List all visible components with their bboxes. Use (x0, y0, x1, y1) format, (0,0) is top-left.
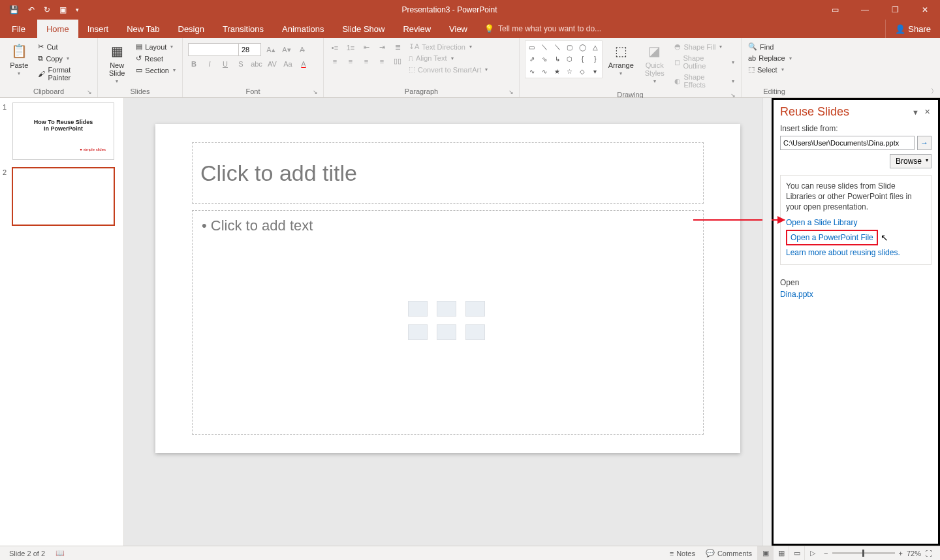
zoom-slider[interactable] (832, 552, 895, 554)
fit-to-window-icon[interactable]: ⛶ (925, 550, 932, 557)
slideshow-view-icon[interactable]: ▷ (804, 546, 820, 561)
thumbnail-1[interactable]: 1 How To Reuse SlidesIn PowerPoint ● sim… (3, 103, 118, 159)
undo-icon[interactable]: ↶ (28, 5, 35, 14)
maximize-button[interactable]: ❐ (880, 0, 910, 20)
tab-file[interactable]: File (0, 20, 37, 38)
find-button[interactable]: 🔍Find (747, 42, 793, 52)
tab-view[interactable]: View (440, 20, 477, 38)
tab-design[interactable]: Design (169, 20, 213, 38)
layout-button[interactable]: ▤Layout (134, 42, 177, 52)
tab-animations[interactable]: Animations (273, 20, 333, 38)
open-powerpoint-file-link[interactable]: Open a PowerPoint File ↖ (786, 230, 878, 245)
italic-icon[interactable]: I (204, 60, 215, 68)
zoom-out-button[interactable]: − (824, 550, 828, 557)
font-size-input[interactable] (239, 43, 261, 56)
open-slide-library-link[interactable]: Open a Slide Library (786, 218, 926, 227)
pane-close-icon[interactable]: ✕ (922, 108, 933, 116)
spacing-icon[interactable]: AV (266, 60, 278, 68)
align-text-button[interactable]: ⎍Align Text (407, 54, 489, 63)
underline-icon[interactable]: U (219, 60, 231, 68)
bold-icon[interactable]: B (188, 60, 200, 68)
format-painter-button[interactable]: 🖌Format Painter (37, 65, 92, 82)
grow-font-icon[interactable]: A▴ (265, 46, 277, 54)
content-placeholder[interactable]: • Click to add text (192, 210, 704, 435)
insert-smartart-icon[interactable] (465, 301, 485, 317)
insert-chart-icon[interactable] (437, 301, 456, 317)
shapes-gallery[interactable]: ▭＼＼▢◯△ ⇗⇘↳⬡{} ∿∿★☆◇▾ (525, 40, 603, 78)
reset-button[interactable]: ↺Reset (134, 54, 177, 63)
save-icon[interactable]: 💾 (9, 5, 19, 14)
case-icon[interactable]: Aa (282, 60, 294, 68)
bullets-icon[interactable]: •≡ (329, 44, 341, 52)
reading-view-icon[interactable]: ▭ (789, 546, 804, 561)
tab-transitions[interactable]: Transitions (213, 20, 273, 38)
shadow-icon[interactable]: abc (251, 60, 262, 68)
shape-effects-button[interactable]: ◐Shape Effects (673, 72, 736, 89)
tab-review[interactable]: Review (394, 20, 440, 38)
tab-newtab[interactable]: New Tab (118, 20, 168, 38)
title-placeholder[interactable]: Click to add title (192, 142, 704, 204)
align-center-icon[interactable]: ≡ (345, 57, 356, 65)
shrink-font-icon[interactable]: A▾ (281, 46, 292, 54)
minimize-button[interactable]: — (850, 0, 880, 20)
line-spacing-icon[interactable]: ≣ (392, 43, 403, 52)
new-slide-button[interactable]: ▦ New Slide ▾ (103, 40, 131, 84)
text-direction-button[interactable]: ↧AText Direction (407, 42, 489, 52)
insert-online-pictures-icon[interactable] (437, 324, 456, 340)
redo-icon[interactable]: ↻ (44, 5, 50, 14)
convert-smartart-button[interactable]: ⬚Convert to SmartArt (407, 65, 489, 74)
tab-home[interactable]: Home (37, 20, 78, 38)
recent-file-link[interactable]: Dina.pptx (780, 290, 932, 299)
paste-button[interactable]: 📋 Paste ▾ (5, 40, 33, 76)
insert-pictures-icon[interactable] (408, 324, 428, 340)
clear-format-icon[interactable]: A̶ (296, 46, 308, 54)
strike-icon[interactable]: S (235, 60, 247, 68)
browse-button[interactable]: Browse (890, 154, 932, 168)
vertical-scrollbar[interactable] (762, 98, 772, 546)
insert-video-icon[interactable] (465, 324, 485, 340)
start-from-beginning-icon[interactable]: ▣ (59, 5, 67, 14)
font-launcher-icon[interactable]: ↘ (313, 89, 318, 95)
tell-me[interactable]: 💡 Tell me what you want to do... (477, 20, 601, 38)
numbering-icon[interactable]: 1≡ (345, 44, 356, 52)
close-button[interactable]: ✕ (910, 0, 940, 20)
zoom-percent[interactable]: 72% (907, 550, 921, 557)
insert-from-path-input[interactable] (780, 136, 915, 150)
columns-icon[interactable]: ▯▯ (392, 57, 403, 65)
cut-button[interactable]: ✂Cut (37, 42, 92, 52)
quick-styles-button[interactable]: ◪ Quick Styles▾ (640, 40, 669, 84)
slide-indicator[interactable]: Slide 2 of 2 (4, 550, 50, 557)
align-left-icon[interactable]: ≡ (329, 57, 341, 65)
share-button[interactable]: 👤 Share (885, 20, 940, 38)
tab-insert[interactable]: Insert (78, 20, 118, 38)
paragraph-launcher-icon[interactable]: ↘ (509, 89, 514, 95)
zoom-in-button[interactable]: + (899, 550, 903, 557)
qat-customize-icon[interactable]: ▾ (76, 7, 79, 13)
shape-fill-button[interactable]: ◓Shape Fill (673, 42, 736, 52)
slide[interactable]: Click to add title • Click to add text (155, 124, 740, 453)
normal-view-icon[interactable]: ▣ (757, 546, 773, 561)
notes-button[interactable]: ≡ Notes (665, 550, 700, 557)
copy-button[interactable]: ⧉Copy (37, 54, 92, 63)
dedent-icon[interactable]: ⇤ (360, 43, 372, 52)
shape-outline-button[interactable]: ◻Shape Outline (673, 54, 736, 70)
font-name-input[interactable] (188, 43, 239, 56)
spellcheck-icon[interactable]: 📖 (50, 549, 70, 557)
collapse-ribbon-icon[interactable]: 〉 (931, 87, 937, 96)
slide-sorter-view-icon[interactable]: ▦ (773, 546, 789, 561)
arrange-button[interactable]: ⬚ Arrange▾ (606, 40, 636, 76)
insert-table-icon[interactable] (408, 301, 428, 317)
comments-button[interactable]: 💬 Comments (700, 549, 757, 557)
align-right-icon[interactable]: ≡ (360, 57, 372, 65)
thumbnail-2[interactable]: 2 (3, 168, 118, 225)
tab-slideshow[interactable]: Slide Show (333, 20, 394, 38)
font-color-icon[interactable]: A (298, 60, 309, 68)
justify-icon[interactable]: ≡ (376, 57, 388, 65)
select-button[interactable]: ⬚Select (747, 65, 793, 74)
pane-options-icon[interactable]: ▼ (909, 108, 922, 116)
section-button[interactable]: ▭Section (134, 65, 177, 75)
replace-button[interactable]: abReplace (747, 54, 793, 63)
ribbon-display-options-icon[interactable]: ▭ (820, 0, 850, 20)
indent-icon[interactable]: ⇥ (376, 43, 388, 52)
content-placeholder-icons[interactable] (408, 301, 488, 344)
